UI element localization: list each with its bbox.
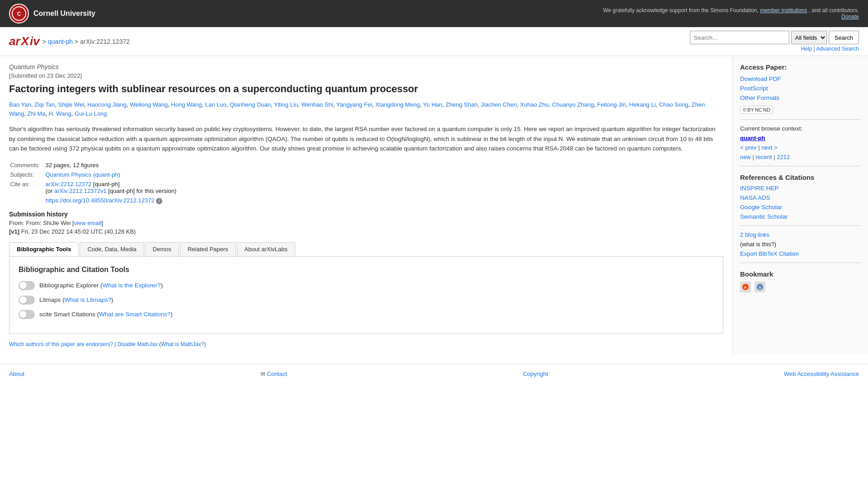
subjects-link[interactable]: Quantum Physics (quant-ph) [45,171,120,178]
cc-icon-nc: NC [755,107,762,113]
postscript-link[interactable]: PostScript [740,85,861,92]
browse-new-link[interactable]: new [740,154,751,160]
author-yangyang-fei[interactable]: Yangyang Fei [336,101,372,108]
search-field-select[interactable]: All fields [791,31,827,44]
search-area: All fields Search Help | Advanced Search [690,31,859,52]
abstract: Shor's algorithm has seriously threatene… [9,124,723,154]
author-bao-yan[interactable]: Bao Yan [9,101,31,108]
page-footer: About ✉ Contact Copyright Web Accessibil… [0,364,868,384]
litmaps-info-link[interactable]: What is Litmaps? [65,296,112,303]
author-xiangdong-meng[interactable]: Xiangdong Meng [375,101,420,108]
author-ziqi-tan[interactable]: Ziqi Tan [34,101,55,108]
bib-tools-title: Bibliographic and Citation Tools [19,266,714,274]
author-wenhao-shi[interactable]: Wenhao Shi [301,101,333,108]
author-yiting-liu[interactable]: Yiting Liu [274,101,298,108]
author-lan-luo[interactable]: Lan Luo [205,101,226,108]
footer-contact: ✉ Contact [260,371,287,377]
search-input[interactable] [690,31,789,44]
cite-v1-link[interactable]: arXiv:2212.12372v1 [54,188,107,194]
author-yu-han[interactable]: Yu Han [423,101,443,108]
bookmark-reddit-icon[interactable]: R [740,282,751,292]
author-shijie-wei[interactable]: Shijie Wei [58,101,84,108]
breadcrumb-quant-ph[interactable]: quant-ph [48,38,73,45]
footer-copyright-link[interactable]: Copyright [523,371,548,377]
advanced-search-link[interactable]: Advanced Search [816,46,859,52]
view-email-link[interactable]: view email [74,220,102,226]
bookmark-scirate-icon[interactable]: S [755,282,765,292]
author-zhi-ma[interactable]: Zhi Ma [28,110,46,117]
tab-demos[interactable]: Demos [145,242,179,256]
footer-about-link[interactable]: About [9,371,24,377]
author-chao-song[interactable]: Chao Song [659,101,689,108]
sidebar-divider-3 [740,225,861,226]
tab-code[interactable]: Code, Data, Media [80,242,144,256]
breadcrumb-sep1: > [42,38,46,45]
help-link[interactable]: Help [801,46,812,52]
doi-info-icon[interactable]: i [156,198,162,204]
sidebar-divider-1 [740,119,861,120]
footer-accessibility-link[interactable]: Web Accessibility Assistance [784,371,859,377]
cite-v1-quant: [quant-ph] [108,188,135,194]
google-scholar-link[interactable]: Google Scholar [740,204,861,211]
tab-related[interactable]: Related Papers [180,242,236,256]
access-paper-title: Access Paper: [740,63,861,71]
author-weilong-wang[interactable]: Weilong Wang [130,101,168,108]
submission-from: From: From: ShiJie Wei [view email] [9,220,723,226]
search-button[interactable]: Search [829,31,859,44]
scite-info-link[interactable]: What are Smart Citations? [99,311,170,318]
author-jiachen-chen[interactable]: Jiachen Chen [481,101,517,108]
breadcrumb: > quant-ph > arXiv:2212.12372 [42,38,130,45]
browse-prev-link[interactable]: < prev [740,144,757,151]
member-institutions-link[interactable]: member institutions [760,7,807,14]
author-qianheng-duan[interactable]: Qianheng Duan [230,101,271,108]
comments-label: Comments: [10,161,44,169]
nasa-ads-link[interactable]: NASA ADS [740,194,861,201]
author-gui-lu-long[interactable]: Gui-Lu Long [75,110,107,117]
semantic-scholar-link[interactable]: Semantic Scholar [740,213,861,220]
donate-link[interactable]: Donate [841,14,859,20]
endorsers-link[interactable]: Which authors of this paper are endorser… [9,341,113,347]
litmaps-toggle[interactable] [19,296,35,305]
disable-mathjax-link[interactable]: Disable MathJax [118,341,158,347]
what-mathjax-link[interactable]: What is MathJax? [161,341,204,347]
blog-links-area: 2 blog links (what is this?) [740,231,861,248]
author-hekang-li[interactable]: Hekang Li [629,101,656,108]
explorer-info-link[interactable]: What is the Explorer? [103,282,161,289]
arxiv-nav: arXiv > quant-ph > arXiv:2212.12372 All … [0,27,868,56]
sidebar: Access Paper: Download PDF PostScript Ot… [732,56,868,355]
tool-row-scite: scite Smart Citations (What are Smart Ci… [19,310,714,319]
submission-v1: [v1] Fri, 23 Dec 2022 14:45:02 UTC (40,1… [9,228,723,235]
author-h-wang[interactable]: H. Wang [49,110,71,117]
other-formats-link[interactable]: Other Formats [740,94,861,101]
blog-links-link[interactable]: 2 blog links [740,231,861,238]
cornell-university-label: Cornell University [33,9,95,18]
browse-context-link[interactable]: quant-ph [740,135,765,141]
author-chuanyu-zhang[interactable]: Chuanyu Zhang [552,101,594,108]
author-hong-wang[interactable]: Hong Wang [171,101,202,108]
footer-links: Which authors of this paper are endorser… [9,341,723,347]
arxiv-logo[interactable]: arXiv [9,34,40,48]
author-zheng-shan[interactable]: Zheng Shan [446,101,478,108]
browse-year-link[interactable]: 2212 [777,154,790,160]
export-bibtex-link[interactable]: Export BibTeX Citation [740,250,861,257]
cite-id-link[interactable]: arXiv:2212.12372 [45,181,91,188]
download-pdf-link[interactable]: Download PDF [740,75,861,82]
author-haocong-jiang[interactable]: Haocong Jiang [87,101,127,108]
footer-contact-link[interactable]: Contact [267,371,287,377]
cite-label: Cite as: [10,180,44,195]
scite-toggle[interactable] [19,310,35,319]
doi-value: https://doi.org/10.48550/arXiv.2212.1237… [45,196,179,205]
inspire-hep-link[interactable]: INSPIRE HEP [740,185,861,192]
tab-bibliographic[interactable]: Bibliographic Tools [9,242,79,256]
author-xuhao-zhu[interactable]: Xuhao Zhu [520,101,549,108]
footer-accessibility: Web Accessibility Assistance [784,371,859,377]
explorer-toggle[interactable] [19,281,35,290]
browse-recent-link[interactable]: recent [755,154,772,160]
doi-link[interactable]: https://doi.org/10.48550/arXiv.2212.1237… [45,197,154,204]
contact-icon: ✉ [260,371,265,377]
tab-about[interactable]: About arXivLabs [237,242,295,256]
author-feitong-jin[interactable]: Feitong Jin [597,101,626,108]
browse-next-link[interactable]: next > [761,144,778,151]
browse-prev-next: < prev | next > [740,144,861,151]
bookmark-title: Bookmark [740,270,861,278]
